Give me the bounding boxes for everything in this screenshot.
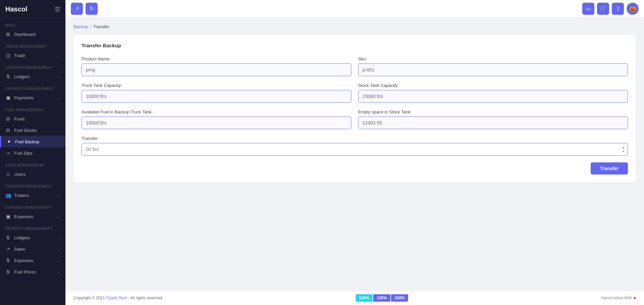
chevron-down-icon: ⌄ <box>57 96 60 100</box>
expand-button[interactable]: ↗ <box>71 3 83 15</box>
chevron-down-icon: ⌄ <box>57 270 60 274</box>
refresh-button[interactable]: ↻ <box>86 3 98 15</box>
fuel-stocks-icon: ⊟ <box>5 128 11 133</box>
available-fuel-group: Availabel Fuel in Backup Truck Tank: <box>82 109 351 129</box>
fuels-icon: ⊟ <box>5 116 11 121</box>
transfer-button[interactable]: Transfer <box>591 162 628 174</box>
empty-space-label: Empty space in Stock Tank: <box>358 109 628 114</box>
transfer-input[interactable] <box>82 143 628 156</box>
product-name-group: Product Name: <box>82 56 351 76</box>
form-row-2: Truck Tank Capacity: Stock Tank Capacity… <box>82 83 628 103</box>
sidebar-item-fuel-stocks[interactable]: ⊟ Fuel Stocks <box>0 124 65 136</box>
sidebar-item-reports-expenses[interactable]: $ Expenses ⌄ <box>0 255 65 266</box>
sidebar-item-label: Ledgers <box>14 235 30 240</box>
reports-sales-icon: ↗ <box>5 246 11 252</box>
sidebar-item-fuels[interactable]: ⊟ Fuels <box>0 113 65 124</box>
spinner-up-icon[interactable]: ▲ <box>622 146 625 149</box>
section-expenses: EXPENSE MANAGEMENT <box>0 201 65 211</box>
sidebar-item-reports-ledgers[interactable]: $ Ledgers ⌄ <box>0 232 65 243</box>
sidebar-item-label: Traders <box>14 193 29 198</box>
stock-tank-label: Stock Tank Capacity: <box>358 83 628 88</box>
zoom-100-button[interactable]: 100% <box>356 294 373 302</box>
sidebar-item-payments[interactable]: ▣ Payments ⌄ <box>0 92 65 103</box>
sidebar-item-trade[interactable]: ◫ Trade ⌄ <box>0 50 65 61</box>
sidebar-item-label: Payments <box>14 95 34 100</box>
breadcrumb: Backup / Transfer <box>73 24 636 29</box>
transfer-input-wrap: ▲ ▼ <box>82 143 628 156</box>
traders-icon: 👥 <box>5 193 11 198</box>
form-row-1: Product Name: Sku: <box>82 56 628 76</box>
breadcrumb-separator: / <box>90 24 91 29</box>
page-content: Backup / Transfer Transfer Backup Produc… <box>65 17 644 291</box>
sidebar-item-label: Ledgers <box>14 74 30 79</box>
available-fuel-input[interactable] <box>82 116 351 129</box>
zoom-150-button[interactable]: 150% <box>391 294 408 302</box>
sidebar-item-dashboard[interactable]: ⊞ Dashboard <box>0 29 65 40</box>
chevron-down-icon: ⌄ <box>57 215 60 218</box>
footer-handcrafted: Handcrafted With ♥ <box>601 296 636 300</box>
spinner-down-icon[interactable]: ▼ <box>622 150 625 153</box>
sidebar-item-label: Fuel Backup <box>15 139 39 144</box>
hamburger-icon[interactable]: ☰ <box>55 6 60 13</box>
zoom-125-button[interactable]: 125% <box>373 294 390 302</box>
product-name-input[interactable] <box>82 63 351 76</box>
trade-icon: ◫ <box>5 53 11 58</box>
truck-tank-label: Truck Tank Capacity: <box>82 83 351 88</box>
sidebar-item-ledgers[interactable]: $ Ledgers ⌄ <box>0 71 65 82</box>
sidebar-item-label: Fuel Stocks <box>14 128 37 133</box>
reports-fuel-prices-icon: $ <box>5 269 11 274</box>
topbar: ↗ ↻ ▭ 🛒 ⇧ 🎃 <box>65 0 644 17</box>
truck-tank-input[interactable] <box>82 90 351 103</box>
sidebar-item-reports-fuel-prices[interactable]: $ Fuel Prices ⌄ <box>0 266 65 277</box>
cart-button[interactable]: 🛒 <box>597 3 609 15</box>
sidebar-item-label: Dashboard <box>14 32 36 37</box>
transfer-group: Transfer: ▲ ▼ <box>82 136 628 156</box>
card-title: Transfer Backup <box>82 43 628 48</box>
sidebar-item-expenses[interactable]: ▣ Expenses ⌄ <box>0 211 65 222</box>
section-users: USER MANAGEMENT <box>0 159 65 168</box>
sku-label: Sku: <box>358 56 628 61</box>
section-reports: REPORTS MANAGEMENT <box>0 222 65 232</box>
chevron-down-icon: ⌄ <box>57 194 60 197</box>
section-ledgers: LEDGERS MANAGEMENT <box>0 61 65 71</box>
transfer-row: Transfer: ▲ ▼ <box>82 136 628 156</box>
breadcrumb-parent[interactable]: Backup <box>73 24 88 29</box>
sidebar-item-label: Fuels <box>14 116 25 121</box>
form-row-3: Availabel Fuel in Backup Truck Tank: Emp… <box>82 109 628 129</box>
empty-space-input[interactable] <box>358 116 628 129</box>
logo: Hascol <box>5 5 28 13</box>
section-trade: TRADE MANAGEMENT <box>0 40 65 50</box>
topbar-left: ↗ ↻ <box>71 3 98 15</box>
sidebar-item-label: Fuel Dips <box>14 151 33 156</box>
chevron-down-icon: ⌄ <box>57 247 60 251</box>
reports-expenses-icon: $ <box>5 258 11 263</box>
sidebar-item-fuel-dips[interactable]: ⊸ Fuel Dips <box>0 147 65 159</box>
section-traders: TRADERS MANAGEMENT <box>0 180 65 190</box>
sidebar-item-label: Expenses <box>14 258 33 263</box>
sidebar-item-reports-sales[interactable]: ↗ Sales ⌄ <box>0 243 65 255</box>
sidebar-item-fuel-backup[interactable]: ✦ Fuel Backup <box>0 136 65 147</box>
sku-input[interactable] <box>358 63 628 76</box>
chevron-down-icon: ⌄ <box>57 236 60 240</box>
monitor-button[interactable]: ▭ <box>582 3 594 15</box>
available-fuel-label: Availabel Fuel in Backup Truck Tank: <box>82 109 351 114</box>
section-main: MAIN <box>0 19 65 29</box>
sidebar-item-label: Trade <box>14 53 25 58</box>
topbar-right: ▭ 🛒 ⇧ 🎃 <box>582 3 639 15</box>
fuel-backup-icon: ✦ <box>6 139 12 144</box>
stock-tank-input[interactable] <box>358 90 628 103</box>
section-fuel: FUEL MANAGEMENT <box>0 103 65 113</box>
copyright-text: Copyright © 2021 <box>73 296 105 300</box>
product-name-label: Product Name: <box>82 56 351 61</box>
sidebar-item-users[interactable]: ☺ Users <box>0 168 65 180</box>
upload-button[interactable]: ⇧ <box>612 3 624 15</box>
transfer-backup-card: Transfer Backup Product Name: Sku: Truck… <box>73 35 636 183</box>
ledgers-icon: $ <box>5 74 11 79</box>
sidebar-item-traders[interactable]: 👥 Traders ⌄ <box>0 190 65 201</box>
company-link[interactable]: ITpark Tech <box>106 296 127 300</box>
rights-text: . All rights reserved <box>128 296 162 300</box>
chevron-down-icon: ⌄ <box>57 54 60 57</box>
avatar[interactable]: 🎃 <box>627 3 639 15</box>
footer-copyright: Copyright © 2021 ITpark Tech . All right… <box>73 296 162 300</box>
number-spinners[interactable]: ▲ ▼ <box>622 146 625 153</box>
